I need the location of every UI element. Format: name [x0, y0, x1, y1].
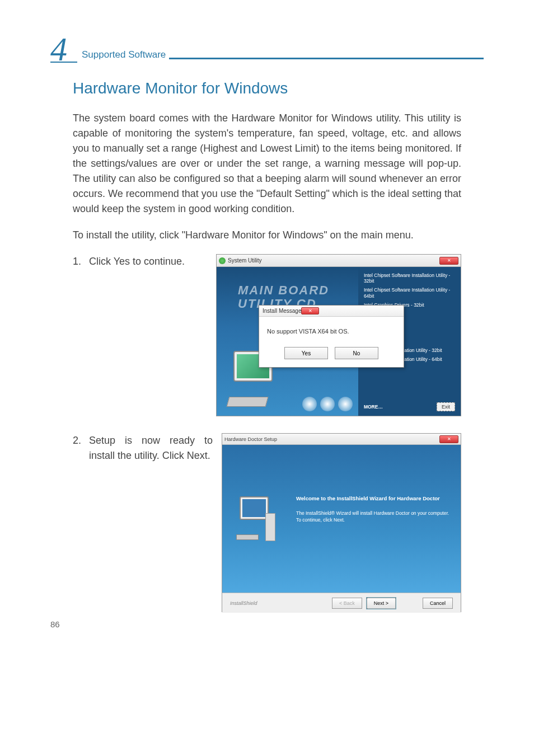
menu-item[interactable]: Intel Chipset Software Installation Util…	[364, 273, 455, 284]
page-heading: Hardware Monitor for Windows	[73, 79, 461, 97]
exit-button[interactable]: Exit	[437, 402, 455, 411]
step-1-text: 1. Click Yes to continue.	[73, 254, 207, 269]
step-2-text: 2. Setup is now ready to install the uti…	[73, 433, 213, 463]
intro-paragraph-2: To install the utility, click "Hardware …	[73, 228, 461, 243]
section-name: Supported Software	[82, 49, 166, 63]
close-icon[interactable]: ✕	[301, 307, 319, 314]
decorative-icons	[302, 397, 353, 411]
no-button[interactable]: No	[335, 347, 378, 359]
dialog-message: No support VISTA X64 bit OS.	[267, 328, 396, 335]
chapter-header: 4 Supported Software	[50, 28, 484, 63]
wizard-illustration	[222, 445, 289, 593]
screenshot-installshield: Hardware Doctor Setup ✕ Welcome to the I…	[222, 433, 461, 612]
menu-more[interactable]: MORE…	[364, 404, 383, 410]
install-message-dialog: Install Message ✕ No support VISTA X64 b…	[259, 305, 404, 368]
menu-item[interactable]: Intel Chipset Software Installation Util…	[364, 287, 455, 298]
next-button[interactable]: Next >	[367, 598, 396, 609]
app-icon	[219, 257, 226, 264]
chapter-number: 4	[50, 31, 67, 68]
window-title: Hardware Doctor Setup	[224, 436, 277, 442]
banner-line-1: MAIN BOARD	[238, 284, 329, 297]
window-titlebar: Hardware Doctor Setup ✕	[222, 434, 461, 445]
screenshot-system-utility: System Utility ✕ MAIN BOARD UTILITY CD	[216, 254, 461, 416]
dialog-title: Install Message	[263, 308, 301, 314]
installshield-brand: InstallShield	[230, 600, 257, 606]
close-icon[interactable]: ✕	[439, 435, 458, 443]
page-number: 86	[50, 619, 60, 629]
yes-button[interactable]: Yes	[284, 347, 328, 359]
wizard-heading: Welcome to the InstallShield Wizard for …	[296, 495, 449, 501]
window-title: System Utility	[228, 257, 262, 264]
cancel-button[interactable]: Cancel	[423, 598, 453, 609]
close-icon[interactable]: ✕	[439, 257, 458, 265]
header-rule	[169, 58, 484, 59]
window-titlebar: System Utility ✕	[217, 255, 461, 267]
wizard-body: The InstallShield® Wizard will install H…	[296, 510, 449, 524]
intro-paragraph-1: The system board comes with the Hardware…	[73, 111, 461, 217]
back-button: < Back	[332, 598, 362, 609]
